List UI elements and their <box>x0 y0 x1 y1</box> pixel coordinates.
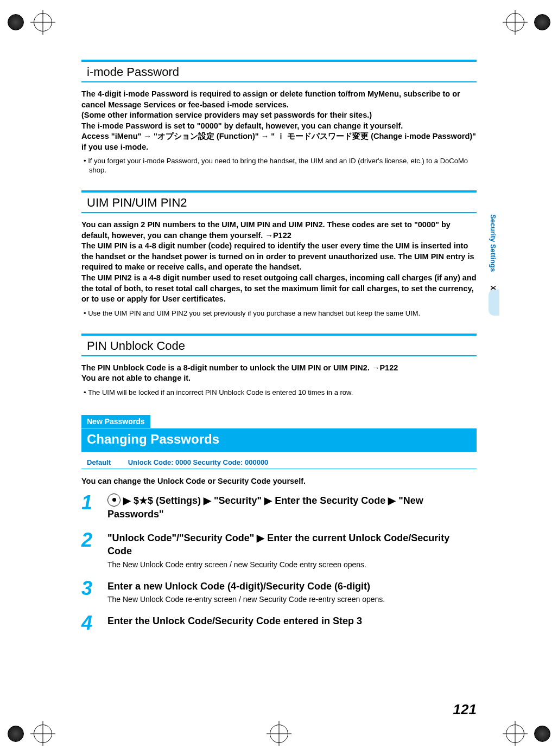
uim-note: • Use the UIM PIN and UIM PIN2 you set p… <box>81 309 477 318</box>
uim-body: You can assign 2 PIN numbers to the UIM,… <box>81 220 477 305</box>
step-body: ▶ $★$ (Settings) ▶ "Security" ▶ Enter th… <box>107 493 477 521</box>
step-number: 2 <box>81 530 94 569</box>
section-heading-uim: UIM PIN/UIM PIN2 <box>81 190 477 213</box>
registration-dot-icon <box>534 14 550 30</box>
changing-intro: You can change the Unlock Code or Securi… <box>81 477 477 485</box>
registration-cross-icon <box>34 725 52 743</box>
registration-cross-icon <box>270 725 288 743</box>
step-body: Enter the Unlock Code/Security Code ente… <box>107 613 477 633</box>
feature-tag: New Passwords <box>81 415 150 428</box>
center-key-icon <box>107 494 121 507</box>
chapter-name: Security Settings <box>489 214 497 272</box>
feature-heading: Changing Passwords <box>81 428 477 452</box>
section-heading-imode: i-mode Password <box>81 60 477 82</box>
unblock-body: The PIN Unblock Code is a 8-digit number… <box>81 363 477 384</box>
step-body: Enter a new Unlock Code (4-digit)/Securi… <box>107 579 477 604</box>
default-row: Default Unlock Code: 0000 Security Code:… <box>81 455 477 469</box>
default-values: Unlock Code: 0000 Security Code: 000000 <box>128 458 269 466</box>
step-2: 2"Unlock Code"/"Security Code" ▶ Enter t… <box>81 530 477 569</box>
step-number: 1 <box>81 493 94 521</box>
step-3: 3Enter a new Unlock Code (4-digit)/Secur… <box>81 579 477 604</box>
imode-body: The 4-digit i-mode Password is required … <box>81 89 477 152</box>
imode-note: • If you forget your i-mode Password, yo… <box>81 157 477 175</box>
default-label: Default <box>87 458 111 466</box>
registration-cross-icon <box>506 13 524 31</box>
page-number: 121 <box>453 701 477 718</box>
step-desc: The New Unlock Code re-entry screen / ne… <box>107 595 477 604</box>
step-number: 4 <box>81 613 94 633</box>
step-title: "Unlock Code"/"Security Code" ▶ Enter th… <box>107 531 477 558</box>
step-title: Enter the Unlock Code/Security Code ente… <box>107 614 477 627</box>
section-heading-unblock: PIN Unblock Code <box>81 334 477 356</box>
unblock-note: • The UIM will be locked if an incorrect… <box>81 388 477 398</box>
side-tab-indicator <box>489 290 499 316</box>
step-title: Enter a new Unlock Code (4-digit)/Securi… <box>107 580 477 593</box>
step-1: 1 ▶ $★$ (Settings) ▶ "Security" ▶ Enter … <box>81 493 477 521</box>
step-body: "Unlock Code"/"Security Code" ▶ Enter th… <box>107 530 477 569</box>
registration-cross-icon <box>34 13 52 31</box>
registration-dot-icon <box>8 14 24 30</box>
page-content: i-mode Password The 4-digit i-mode Passw… <box>81 60 477 643</box>
registration-cross-icon <box>506 725 524 743</box>
step-title: ▶ $★$ (Settings) ▶ "Security" ▶ Enter th… <box>107 494 477 521</box>
step-number: 3 <box>81 579 94 604</box>
step-4: 4Enter the Unlock Code/Security Code ent… <box>81 613 477 633</box>
registration-dot-icon <box>8 726 24 742</box>
step-desc: The New Unlock Code entry screen / new S… <box>107 560 477 569</box>
registration-dot-icon <box>534 726 550 742</box>
